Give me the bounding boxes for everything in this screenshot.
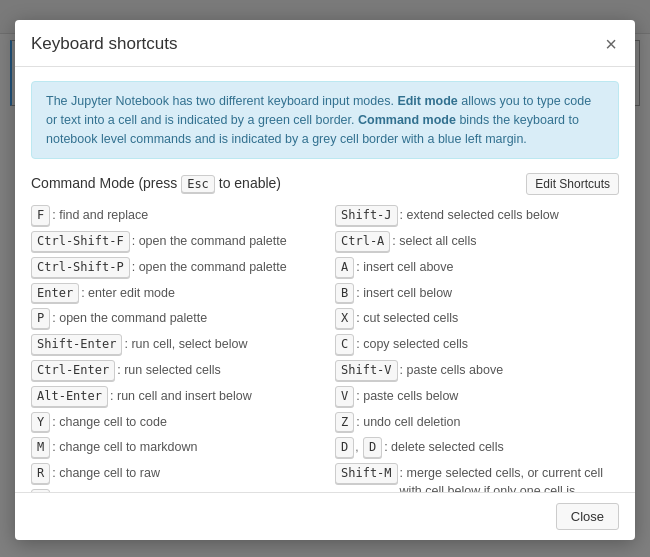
shortcut-keys: B [335,283,354,304]
shortcut-keys: Y [31,412,50,433]
shortcut-desc: : find and replace [52,207,148,225]
key-badge: M [31,437,50,458]
key-badge: Shift-J [335,205,398,226]
shortcut-row: Shift-Enter: run cell, select below [31,334,315,355]
shortcut-row: Shift-M: merge selected cells, or curren… [335,463,619,492]
shortcut-desc: : insert cell above [356,259,453,277]
section-title-suffix: to enable) [215,175,281,191]
shortcut-row: X: cut selected cells [335,308,619,329]
section-header: Command Mode (press Esc to enable) Edit … [31,173,619,195]
shortcut-keys: Ctrl-Enter [31,360,115,381]
modal-title: Keyboard shortcuts [31,34,177,54]
shortcut-row: Z: undo cell deletion [335,412,619,433]
shortcut-row: Ctrl-Shift-F: open the command palette [31,231,315,252]
right-shortcuts-col: Shift-J: extend selected cells belowCtrl… [335,205,619,492]
edit-shortcuts-button[interactable]: Edit Shortcuts [526,173,619,195]
key-badge: Z [335,412,354,433]
shortcut-row: Alt-Enter: run cell and insert below [31,386,315,407]
shortcut-row: Y: change cell to code [31,412,315,433]
key-badge: B [335,283,354,304]
key-badge: Ctrl-Shift-P [31,257,130,278]
shortcut-desc: : insert cell below [356,285,452,303]
shortcut-desc: : change cell to code [52,414,167,432]
shortcut-row: Shift-J: extend selected cells below [335,205,619,226]
shortcut-keys: Z [335,412,354,433]
key-badge: D [363,437,382,458]
shortcut-row: B: insert cell below [335,283,619,304]
close-footer-button[interactable]: Close [556,503,619,530]
info-text-before: The Jupyter Notebook has two different k… [46,94,397,108]
shortcut-desc: : open the command palette [132,259,287,277]
key-badge: C [335,334,354,355]
keyboard-shortcuts-modal: Keyboard shortcuts × The Jupyter Noteboo… [15,20,635,540]
shortcut-row: D, D: delete selected cells [335,437,619,458]
shortcut-desc: : undo cell deletion [356,414,460,432]
esc-key: Esc [181,175,215,193]
key-badge: Ctrl-Enter [31,360,115,381]
key-badge: P [31,308,50,329]
shortcut-row: Ctrl-Shift-P: open the command palette [31,257,315,278]
shortcut-keys: M [31,437,50,458]
shortcut-desc: : delete selected cells [384,439,504,457]
key-badge: Shift-Enter [31,334,122,355]
key-badge: R [31,463,50,484]
key-badge: Shift-M [335,463,398,484]
shortcut-keys: F [31,205,50,226]
shortcut-keys: Shift-J [335,205,398,226]
key-badge: X [335,308,354,329]
shortcut-keys: Shift-M [335,463,398,484]
command-mode-label: Command mode [358,113,456,127]
shortcut-keys: Alt-Enter [31,386,108,407]
shortcut-desc: : copy selected cells [356,336,468,354]
shortcut-keys: R [31,463,50,484]
shortcut-keys: X [335,308,354,329]
shortcut-desc: : open the command palette [52,310,207,328]
shortcut-keys: C [335,334,354,355]
shortcut-keys: D, D [335,437,382,458]
shortcut-desc: : select all cells [392,233,476,251]
key-badge: Y [31,412,50,433]
shortcut-row: P: open the command palette [31,308,315,329]
edit-mode-label: Edit mode [397,94,457,108]
shortcuts-columns: F: find and replaceCtrl-Shift-F: open th… [31,205,619,492]
modal-close-button[interactable]: × [603,34,619,54]
shortcut-row: V: paste cells below [335,386,619,407]
modal-footer: Close [15,492,635,540]
shortcut-desc: : change cell to raw [52,465,160,483]
shortcut-desc: : run cell and insert below [110,388,252,406]
shortcut-desc: : change cell to markdown [52,439,197,457]
key-badge: Ctrl-Shift-F [31,231,130,252]
shortcut-row: Ctrl-A: select all cells [335,231,619,252]
shortcut-desc: : run cell, select below [124,336,247,354]
modal-body: The Jupyter Notebook has two different k… [15,67,635,492]
key-badge: Ctrl-A [335,231,390,252]
section-title-prefix: Command Mode (press [31,175,181,191]
shortcut-desc: : enter edit mode [81,285,175,303]
key-badge: A [335,257,354,278]
shortcut-desc: : merge selected cells, or current cell … [400,465,619,492]
modal-backdrop: Keyboard shortcuts × The Jupyter Noteboo… [0,0,650,557]
shortcut-row: C: copy selected cells [335,334,619,355]
shortcut-row: Ctrl-Enter: run selected cells [31,360,315,381]
modal-header: Keyboard shortcuts × [15,20,635,67]
key-badge: F [31,205,50,226]
shortcut-row: Enter: enter edit mode [31,283,315,304]
shortcut-desc: : paste cells below [356,388,458,406]
info-box: The Jupyter Notebook has two different k… [31,81,619,159]
shortcut-desc: : cut selected cells [356,310,458,328]
key-badge: D [335,437,354,458]
shortcut-keys: V [335,386,354,407]
key-badge: Enter [31,283,79,304]
shortcut-desc: : extend selected cells below [400,207,559,225]
shortcut-row: R: change cell to raw [31,463,315,484]
section-title: Command Mode (press Esc to enable) [31,175,281,193]
shortcut-desc: : run selected cells [117,362,221,380]
shortcut-keys: Ctrl-Shift-P [31,257,130,278]
key-badge: Alt-Enter [31,386,108,407]
key-separator: , [355,439,362,456]
shortcut-keys: A [335,257,354,278]
shortcut-keys: P [31,308,50,329]
shortcut-row: Shift-V: paste cells above [335,360,619,381]
shortcut-keys: Ctrl-Shift-F [31,231,130,252]
shortcut-desc: : open the command palette [132,233,287,251]
